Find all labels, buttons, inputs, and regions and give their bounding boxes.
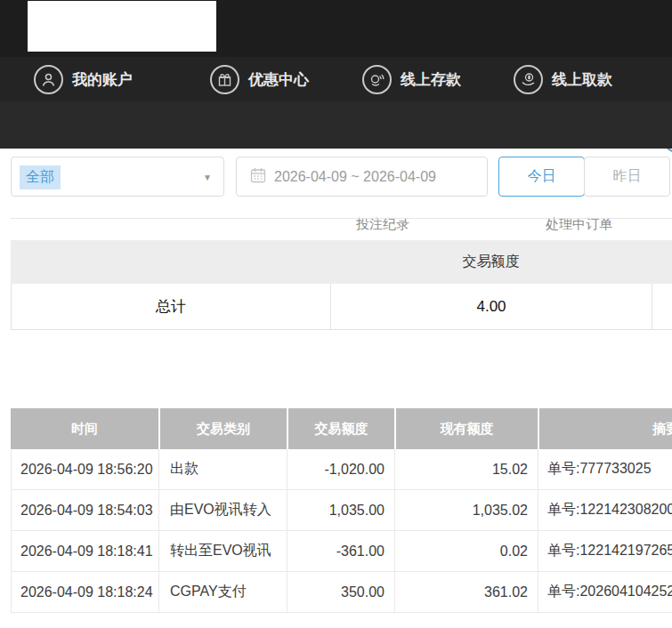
nav-item-label: 我的账户 bbox=[72, 69, 133, 90]
nav-item-online-deposit[interactable]: 线上存款 bbox=[362, 57, 461, 101]
col-header-amount: 交易额度 bbox=[287, 408, 394, 449]
category-selected-value: 全部 bbox=[20, 165, 61, 189]
summary-table: 交易额度 总计 4.00 bbox=[11, 240, 672, 330]
summary-header-spacer bbox=[11, 240, 330, 284]
cell-note: 单号:777733025 bbox=[538, 449, 672, 490]
calendar-icon bbox=[250, 167, 266, 187]
table-row: 2026-04-09 18:56:20 出款 -1,020.00 15.02 单… bbox=[11, 449, 672, 490]
nav-item-label: 线上取款 bbox=[552, 69, 612, 90]
cell-amount: -361.00 bbox=[287, 531, 394, 572]
withdraw-icon bbox=[514, 65, 543, 94]
summary-header-amount: 交易额度 bbox=[330, 240, 652, 284]
col-header-type: 交易类别 bbox=[158, 408, 287, 449]
summary-header-row: 交易额度 bbox=[11, 240, 672, 284]
summary-total-label: 总计 bbox=[11, 284, 330, 330]
cell-note: 单号:122142197265 bbox=[538, 531, 672, 572]
cell-note: 单号:122142308200 bbox=[538, 490, 672, 531]
cell-type: 转出至EVO视讯 bbox=[158, 531, 287, 572]
cell-type: CGPAY支付 bbox=[158, 572, 287, 613]
top-band bbox=[0, 0, 672, 57]
cell-type: 出款 bbox=[158, 449, 287, 490]
cell-amount: 1,035.00 bbox=[287, 490, 394, 531]
user-icon bbox=[34, 65, 63, 94]
cell-balance: 0.02 bbox=[394, 531, 538, 572]
cell-time: 2026-04-09 18:56:20 bbox=[11, 449, 158, 490]
cell-note: 单号:202604104252 bbox=[538, 572, 672, 613]
logo-placeholder bbox=[28, 1, 216, 52]
transactions-header-row: 时间 交易类别 交易额度 现有额度 摘要 bbox=[11, 408, 672, 449]
col-header-time: 时间 bbox=[11, 408, 158, 449]
cell-balance: 15.02 bbox=[394, 449, 538, 490]
gift-icon bbox=[210, 65, 239, 94]
category-select[interactable]: 全部 ▼ bbox=[11, 157, 224, 197]
table-row: 2026-04-09 18:54:03 由EVO视讯转入 1,035.00 1,… bbox=[11, 490, 672, 531]
summary-total-value: 4.00 bbox=[330, 284, 652, 330]
cell-balance: 361.02 bbox=[394, 572, 538, 613]
main-navbar: 我的账户 优惠中心 线上存款 线上取款 bbox=[0, 57, 672, 102]
nav-item-my-account[interactable]: 我的账户 bbox=[34, 57, 133, 101]
nav-item-online-withdraw[interactable]: 线上取款 bbox=[514, 57, 612, 101]
cell-type: 由EVO视讯转入 bbox=[158, 490, 287, 531]
cell-amount: -1,020.00 bbox=[287, 449, 394, 490]
cell-time: 2026-04-09 18:18:41 bbox=[11, 531, 158, 572]
col-header-note: 摘要 bbox=[538, 408, 672, 449]
transactions-table: 时间 交易类别 交易额度 现有额度 摘要 2026-04-09 18:56:20… bbox=[11, 408, 672, 613]
cell-balance: 1,035.02 bbox=[394, 490, 538, 531]
nav-item-label: 优惠中心 bbox=[248, 69, 309, 90]
records-tabbar: 投注纪录 往来记录 处理中订单 bbox=[0, 101, 672, 149]
summary-total-row: 总计 4.00 bbox=[11, 284, 672, 330]
today-button[interactable]: 今日 bbox=[498, 157, 585, 197]
col-header-balance: 现有额度 bbox=[394, 408, 538, 449]
cell-time: 2026-04-09 18:18:24 bbox=[11, 572, 158, 613]
deposit-icon bbox=[362, 65, 392, 94]
chevron-down-icon: ▼ bbox=[203, 173, 212, 182]
nav-item-label: 线上存款 bbox=[401, 69, 461, 90]
table-row: 2026-04-09 18:18:24 CGPAY支付 350.00 361.0… bbox=[11, 572, 672, 613]
table-row: 2026-04-09 18:18:41 转出至EVO视讯 -361.00 0.0… bbox=[11, 531, 672, 572]
yesterday-button[interactable]: 昨日 bbox=[584, 157, 670, 197]
cell-amount: 350.00 bbox=[287, 572, 394, 613]
date-range-picker[interactable]: 2026-04-09 ~ 2026-04-09 bbox=[236, 157, 488, 197]
cell-time: 2026-04-09 18:54:03 bbox=[11, 490, 158, 531]
date-range-value: 2026-04-09 ~ 2026-04-09 bbox=[274, 169, 436, 185]
filter-divider bbox=[11, 218, 672, 219]
nav-item-promotions[interactable]: 优惠中心 bbox=[210, 57, 309, 101]
